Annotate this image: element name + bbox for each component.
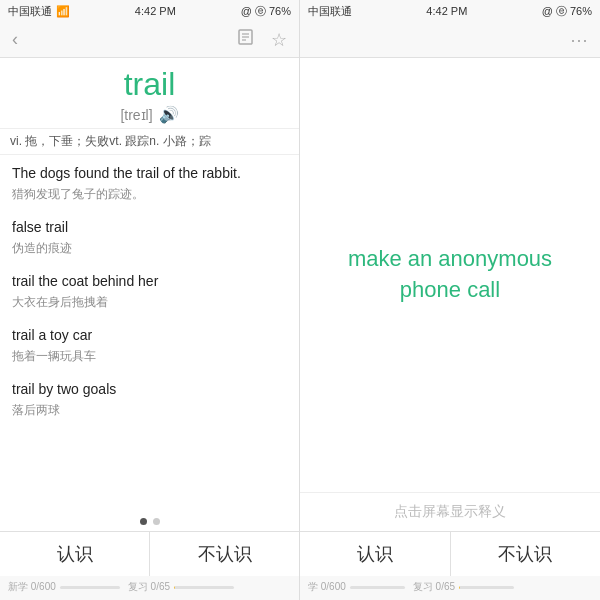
status-bar-right: 中国联通 4:42 PM @ ⓔ 76%: [300, 0, 600, 22]
right-review-label: 复习 0/65: [413, 580, 455, 594]
right-action-buttons: 认识 不认识: [300, 532, 600, 576]
right-carrier: 中国联通: [308, 4, 352, 19]
word-header: trail [treɪl] 🔊: [0, 58, 299, 129]
sound-icon[interactable]: 🔊: [159, 105, 179, 124]
left-review-label: 复习 0/65: [128, 580, 170, 594]
right-word-area[interactable]: make an anonymous phone call: [300, 58, 600, 492]
phonetic-text: [treɪl]: [120, 107, 152, 123]
right-carrier-group: 中国联通: [308, 4, 352, 19]
example-cn-4: 拖着一辆玩具车: [12, 348, 287, 365]
status-bar-left: 中国联通 📶 4:42 PM @ ⓔ 76%: [0, 0, 300, 22]
right-menu-button[interactable]: ⋯: [570, 29, 588, 51]
right-hint-text: 点击屏幕显示释义: [394, 503, 506, 521]
left-status-icons: @ ⓔ 76%: [241, 4, 291, 19]
example-item-4: trail a toy car 拖着一辆玩具车: [12, 325, 287, 365]
example-item-3: trail the coat behind her 大衣在身后拖拽着: [12, 271, 287, 311]
right-status-icons: @ ⓔ 76%: [542, 4, 592, 19]
word-title: trail: [10, 66, 289, 103]
example-item-1: The dogs found the trail of the rabbit. …: [12, 163, 287, 203]
edit-icon-button[interactable]: [237, 28, 255, 51]
right-panel: ⋯ make an anonymous phone call 点击屏幕显示释义 …: [300, 22, 600, 600]
example-en-4: trail a toy car: [12, 325, 287, 346]
left-progress-bar: 新学 0/600 复习 0/65: [0, 576, 299, 600]
right-progress-bar: 学 0/600 复习 0/65: [300, 576, 600, 600]
examples-list: The dogs found the trail of the rabbit. …: [0, 155, 299, 512]
example-cn-3: 大衣在身后拖拽着: [12, 294, 287, 311]
example-cn-1: 猎狗发现了兔子的踪迹。: [12, 186, 287, 203]
main-content: ‹ ☆ trail [treɪl] 🔊: [0, 22, 600, 600]
right-battery-icons: @ ⓔ 76%: [542, 4, 592, 19]
right-review-progress: 复习 0/65: [413, 580, 514, 594]
right-toolbar: ⋯: [300, 22, 600, 58]
left-time: 4:42 PM: [135, 5, 176, 17]
right-unknown-button[interactable]: 不认识: [451, 532, 601, 576]
toolbar-icons: ☆: [237, 28, 287, 51]
left-new-progress: 新学 0/600: [8, 580, 120, 594]
example-en-3: trail the coat behind her: [12, 271, 287, 292]
right-time: 4:42 PM: [426, 5, 467, 17]
star-icon-button[interactable]: ☆: [271, 28, 287, 51]
right-new-progress: 学 0/600: [308, 580, 405, 594]
right-bottom-bar: 认识 不认识 学 0/600 复习 0/65: [300, 531, 600, 600]
unknown-button[interactable]: 不认识: [150, 532, 299, 576]
example-en-1: The dogs found the trail of the rabbit.: [12, 163, 287, 184]
example-item-5: trail by two goals 落后两球: [12, 379, 287, 419]
right-new-label: 学 0/600: [308, 580, 346, 594]
back-button[interactable]: ‹: [12, 29, 18, 50]
example-cn-2: 伪造的痕迹: [12, 240, 287, 257]
left-action-buttons: 认识 不认识: [0, 532, 299, 576]
right-new-progress-bg: [350, 586, 405, 589]
left-panel: ‹ ☆ trail [treɪl] 🔊: [0, 22, 300, 600]
right-phrase: make an anonymous phone call: [320, 244, 580, 306]
example-en-5: trail by two goals: [12, 379, 287, 400]
dot-2: [153, 518, 160, 525]
left-new-progress-bg: [60, 586, 120, 589]
left-new-label: 新学 0/600: [8, 580, 56, 594]
right-know-button[interactable]: 认识: [300, 532, 451, 576]
example-en-2: false trail: [12, 217, 287, 238]
left-battery-icons: @ ⓔ 76%: [241, 4, 291, 19]
example-item-2: false trail 伪造的痕迹: [12, 217, 287, 257]
left-toolbar: ‹ ☆: [0, 22, 299, 58]
example-cn-5: 落后两球: [12, 402, 287, 419]
left-wifi-icon: 📶: [56, 5, 70, 18]
left-bottom-bar: 认识 不认识 新学 0/600 复习 0/65: [0, 531, 299, 600]
right-review-progress-fill: [459, 586, 460, 589]
left-review-progress-bg: [174, 586, 234, 589]
right-hint-area: 点击屏幕显示释义: [300, 492, 600, 531]
left-carrier: 中国联通: [8, 4, 52, 19]
status-left-carrier-group: 中国联通 📶: [8, 4, 70, 19]
right-review-progress-bg: [459, 586, 514, 589]
page-dots: [0, 512, 299, 531]
status-bar: 中国联通 📶 4:42 PM @ ⓔ 76% 中国联通 4:42 PM @ ⓔ …: [0, 0, 600, 22]
know-button[interactable]: 认识: [0, 532, 150, 576]
dot-1: [140, 518, 147, 525]
word-phonetic: [treɪl] 🔊: [10, 105, 289, 124]
word-definition: vi. 拖，下垂；失败vt. 跟踪n. 小路；踪: [0, 129, 299, 155]
left-review-progress: 复习 0/65: [128, 580, 234, 594]
left-review-progress-fill: [174, 586, 175, 589]
